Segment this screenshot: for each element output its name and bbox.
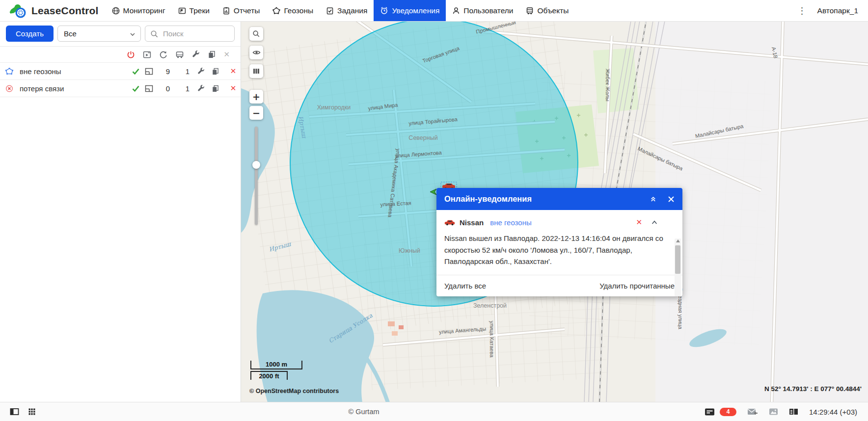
delete-x-icon[interactable]: ✕ xyxy=(226,84,241,93)
search-icon xyxy=(252,30,260,38)
notification-message: Nissan вышел из Павлодар. 2022-12-13 14:… xyxy=(444,233,669,270)
sync-icon[interactable] xyxy=(159,51,167,59)
map-search-button[interactable] xyxy=(249,27,263,41)
status-bar: © Gurtam 4 14:29:44 (+03) xyxy=(0,402,868,421)
delete-all-button[interactable]: Удалить все xyxy=(444,282,486,290)
notification-rules-list: вне геозоны 9 1 ✕ потеря связи 0 1 xyxy=(0,63,241,97)
popup-header[interactable]: Онлайн-уведомления xyxy=(436,188,682,210)
unread-badge[interactable]: 4 xyxy=(720,408,736,416)
popup-scrollbar[interactable] xyxy=(675,238,681,296)
nav-tab-jobs[interactable]: Задания xyxy=(320,0,374,21)
rule-row-connection-lost[interactable]: потеря связи 0 1 ✕ xyxy=(0,80,241,97)
layers-icon xyxy=(252,67,260,75)
zoom-slider[interactable] xyxy=(255,127,258,225)
nav-tab-notifications[interactable]: Уведомления xyxy=(374,0,446,21)
nav-tab-reports[interactable]: Отчеты xyxy=(216,0,267,21)
wrench-icon[interactable] xyxy=(197,85,205,92)
vehicle-name[interactable]: Nissan xyxy=(460,218,484,227)
nav-tab-geofences[interactable]: Геозоны xyxy=(266,0,320,21)
mail-icon[interactable] xyxy=(747,408,758,416)
globe-icon xyxy=(112,7,120,15)
account-name[interactable]: Автопарк_1 xyxy=(817,6,858,15)
filter-selected-value: Все xyxy=(64,29,77,38)
car-icon xyxy=(444,219,455,226)
jobs-icon xyxy=(326,7,334,15)
panel-toolbar: ✕ xyxy=(0,47,241,63)
split-view-icon[interactable] xyxy=(789,408,798,416)
media-icon[interactable] xyxy=(769,408,778,416)
nav-tab-tracks[interactable]: Треки xyxy=(172,0,216,21)
scale-metric: 1000 m xyxy=(250,361,302,369)
enabled-check-icon[interactable] xyxy=(132,68,140,75)
rule-label: потеря связи xyxy=(20,84,64,93)
clear-x-icon[interactable]: ✕ xyxy=(223,50,230,59)
sidebar-toggle-icon[interactable] xyxy=(10,408,19,416)
nav-label: Пользователи xyxy=(463,6,513,15)
apps-grid-icon[interactable] xyxy=(28,408,36,416)
map-scale: 1000 m 2000 ft xyxy=(250,361,302,380)
nav-tab-monitoring[interactable]: Мониторинг xyxy=(106,0,172,21)
main-menu: Мониторинг Треки Отчеты Геозоны Задания … xyxy=(106,0,575,21)
close-icon[interactable] xyxy=(668,196,675,203)
nav-label: Уведомления xyxy=(392,6,439,15)
layout-window-icon[interactable] xyxy=(145,85,153,92)
zoom-out-button[interactable]: − xyxy=(249,106,263,120)
collapse-icon[interactable] xyxy=(650,195,657,203)
enabled-check-icon[interactable] xyxy=(132,85,140,92)
rule-row-out-of-geofence[interactable]: вне геозоны 9 1 ✕ xyxy=(0,63,241,80)
notifications-panel: Создать Все ✕ вне геозоны xyxy=(0,21,241,402)
copy-icon[interactable] xyxy=(212,85,219,92)
more-menu-icon[interactable]: ⋮ xyxy=(796,6,809,15)
tracks-icon xyxy=(178,7,186,15)
delete-x-icon[interactable]: ✕ xyxy=(226,67,241,76)
panel-top-controls: Создать Все xyxy=(0,21,241,47)
delete-x-icon[interactable]: ✕ xyxy=(636,218,642,227)
logo-icon xyxy=(8,2,27,19)
zoom-in-button[interactable]: + xyxy=(249,90,263,104)
nav-label: Отчеты xyxy=(234,6,260,15)
app-logo[interactable]: LeaseControl xyxy=(0,2,106,19)
delete-read-button[interactable]: Удалить прочитанные xyxy=(599,282,675,290)
objects-count: 1 xyxy=(178,84,197,93)
nav-label: Задания xyxy=(337,6,367,15)
geofence-polygon-icon xyxy=(5,67,14,76)
zoom-slider-handle[interactable] xyxy=(252,161,260,169)
scale-imperial: 2000 ft xyxy=(250,371,288,380)
notification-item-header: Nissan вне геозоны ✕ xyxy=(444,216,675,229)
eye-icon xyxy=(252,49,261,56)
nav-tab-units[interactable]: Объекты xyxy=(519,0,575,21)
cursor-coordinates: N 52° 14.7913' : E 077° 00.4844' xyxy=(764,385,862,393)
monitoring-window-icon[interactable] xyxy=(143,51,151,59)
popup-body: Nissan вне геозоны ✕ Nissan вышел из Пав… xyxy=(436,210,682,270)
units-icon[interactable] xyxy=(175,51,184,59)
objects-count: 1 xyxy=(178,67,197,76)
wrench-icon[interactable] xyxy=(197,68,205,75)
map-attribution[interactable]: © OpenStreetMap contributors xyxy=(249,388,339,395)
notification-type-link[interactable]: вне геозоны xyxy=(490,218,532,227)
search-input[interactable] xyxy=(162,29,234,38)
power-icon[interactable] xyxy=(127,51,135,59)
user-icon xyxy=(452,7,460,15)
wrench-icon[interactable] xyxy=(192,51,200,58)
layout-window-icon[interactable] xyxy=(145,68,153,75)
nav-label: Треки xyxy=(190,6,210,15)
filter-select[interactable]: Все xyxy=(57,26,141,42)
app-root: LeaseControl Мониторинг Треки Отчеты Гео… xyxy=(0,0,868,421)
triggered-count: 0 xyxy=(158,84,178,93)
scroll-up-arrow[interactable] xyxy=(676,239,680,242)
copy-icon[interactable] xyxy=(212,68,219,75)
connection-lost-icon xyxy=(5,84,14,93)
messages-icon[interactable] xyxy=(705,408,715,416)
copyright: © Gurtam xyxy=(348,408,379,416)
map-layers-button[interactable] xyxy=(249,64,263,78)
online-notifications-popup: Онлайн-уведомления Nissan вне геозоны ✕ … xyxy=(436,188,682,296)
nav-right: ⋮ Автопарк_1 xyxy=(796,6,868,15)
nav-tab-users[interactable]: Пользователи xyxy=(446,0,519,21)
triggered-count: 9 xyxy=(158,67,178,76)
collapse-chevron-icon[interactable] xyxy=(651,219,658,225)
copy-icon[interactable] xyxy=(208,51,216,58)
scroll-thumb[interactable] xyxy=(675,245,680,274)
map-visibility-button[interactable] xyxy=(249,46,263,59)
create-button[interactable]: Создать xyxy=(6,26,54,42)
alarm-icon xyxy=(380,6,388,15)
